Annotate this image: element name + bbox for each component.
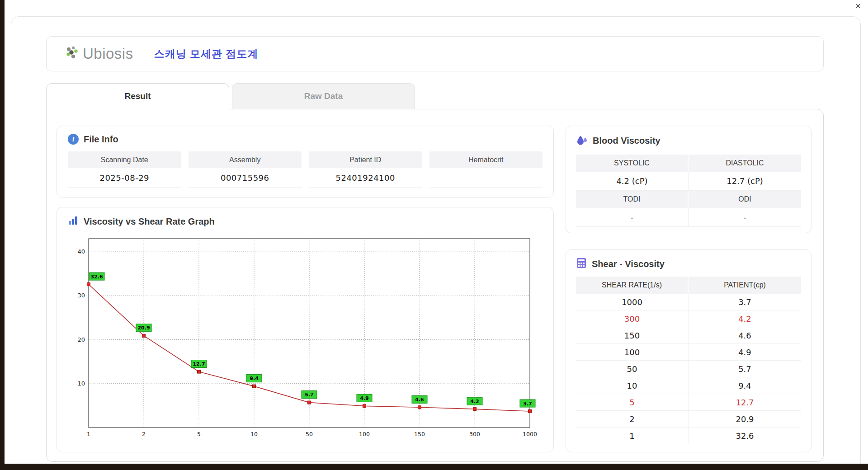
svg-text:4.2: 4.2 <box>470 399 479 404</box>
svg-text:1000: 1000 <box>523 431 537 437</box>
logo-dots-icon <box>65 46 81 62</box>
bv-header-cell: TODI <box>576 191 689 208</box>
patient-cell: 4.6 <box>689 327 801 344</box>
shear-table-header: SHEAR RATE(1/s) PATIENT(cp) <box>576 277 801 294</box>
shear-table-body: 10003.73004.21504.61004.9505.7109.4512.7… <box>576 294 801 444</box>
blood-viscosity-title-row: Blood Viscosity <box>576 134 801 148</box>
svg-text:2: 2 <box>142 431 146 437</box>
shear-rate-cell: 300 <box>576 310 689 327</box>
field-value: 2025-08-29 <box>68 168 181 188</box>
file-info-field: Hematocrit <box>429 151 543 188</box>
svg-text:5.7: 5.7 <box>305 392 314 398</box>
svg-text:10: 10 <box>250 431 258 437</box>
droplet-icon <box>576 134 588 148</box>
shear-rate-cell: 1 <box>576 428 689 444</box>
shear-rate-cell: 2 <box>576 411 689 428</box>
svg-text:10: 10 <box>77 380 85 387</box>
svg-text:4.6: 4.6 <box>415 397 424 403</box>
patient-cell: 3.7 <box>689 294 801 310</box>
shear-rate-cell: 50 <box>576 361 689 377</box>
blood-viscosity-title: Blood Viscosity <box>593 136 660 146</box>
bv-header-row: TODIODI <box>576 191 801 208</box>
brand-name: Ubiosis <box>83 45 133 62</box>
field-label: Scanning Date <box>68 151 181 168</box>
svg-text:5: 5 <box>197 431 201 437</box>
patient-cell: 20.9 <box>689 411 801 428</box>
app-window: × Ubiosis 스캐닝 모세관 점도계 <box>5 0 868 464</box>
file-info-fields: Scanning Date2025-08-29Assembly000715596… <box>68 151 542 188</box>
svg-text:50: 50 <box>306 431 313 437</box>
header-card: Ubiosis 스캐닝 모세관 점도계 <box>46 36 824 71</box>
graph-title: Viscosity vs Shear Rate Graph <box>84 216 215 227</box>
bv-value-cell: - <box>576 208 689 227</box>
svg-text:20.9: 20.9 <box>137 325 150 331</box>
file-info-field: Scanning Date2025-08-29 <box>68 151 181 188</box>
left-column: i File Info Scanning Date2025-08-29Assem… <box>57 126 554 452</box>
blood-viscosity-card: Blood Viscosity SYSTOLICDIASTOLIC4.2 (cP… <box>566 126 811 233</box>
shear-table-row: 1504.6 <box>576 327 801 344</box>
calculator-icon <box>576 258 587 271</box>
field-value: 000715596 <box>189 168 302 188</box>
shear-table-row: 1004.9 <box>576 344 801 361</box>
tab-result[interactable]: Result <box>46 83 229 109</box>
svg-text:9.4: 9.4 <box>250 376 259 381</box>
bv-value-row: 4.2 (cP)12.7 (cP) <box>576 172 801 191</box>
bv-header-cell: SYSTOLIC <box>576 155 689 172</box>
file-info-field: Patient ID52401924100 <box>309 151 422 188</box>
logo: Ubiosis <box>65 45 133 62</box>
bv-value-row: -- <box>576 208 801 227</box>
field-label: Patient ID <box>309 151 422 168</box>
svg-text:20: 20 <box>77 336 85 343</box>
graph-card: Viscosity vs Shear Rate Graph 1020304012… <box>57 207 554 452</box>
field-value <box>429 168 543 188</box>
shear-table-row: 3004.2 <box>576 310 801 327</box>
file-info-title-row: i File Info <box>68 134 542 145</box>
bv-value-cell: 12.7 (cP) <box>689 172 801 191</box>
shear-rate-cell: 10 <box>576 377 689 394</box>
tab-bar: Result Raw Data <box>46 83 824 109</box>
shear-table: SHEAR RATE(1/s) PATIENT(cp) 10003.73004.… <box>576 277 801 444</box>
shear-rate-cell: 150 <box>576 327 689 344</box>
shear-table-row: 109.4 <box>576 377 801 394</box>
shear-rate-cell: 1000 <box>576 294 689 310</box>
right-column: Blood Viscosity SYSTOLICDIASTOLIC4.2 (cP… <box>566 126 811 452</box>
bv-value-cell: - <box>689 208 801 227</box>
main-panel: i File Info Scanning Date2025-08-29Assem… <box>46 109 824 462</box>
shear-table-row: 512.7 <box>576 394 801 411</box>
shear-table-row: 132.6 <box>576 428 801 444</box>
shear-table-row: 10003.7 <box>576 294 801 310</box>
svg-text:300: 300 <box>469 431 480 437</box>
shear-rate-cell: 100 <box>576 344 689 361</box>
patient-cell: 4.2 <box>689 310 801 327</box>
tab-raw-data[interactable]: Raw Data <box>232 83 415 109</box>
field-value: 52401924100 <box>309 168 422 188</box>
blood-viscosity-grid: SYSTOLICDIASTOLIC4.2 (cP)12.7 (cP)TODIOD… <box>576 155 801 227</box>
svg-text:30: 30 <box>77 292 85 299</box>
patient-cell: 5.7 <box>689 361 801 377</box>
file-info-title: File Info <box>84 134 118 145</box>
patient-cell: 32.6 <box>689 428 801 444</box>
shear-rate-column-header: SHEAR RATE(1/s) <box>576 277 689 294</box>
file-info-card: i File Info Scanning Date2025-08-29Assem… <box>57 126 554 197</box>
svg-text:150: 150 <box>414 431 425 437</box>
shear-table-row: 505.7 <box>576 361 801 377</box>
svg-text:32.6: 32.6 <box>90 274 103 280</box>
patient-cell: 9.4 <box>689 377 801 394</box>
info-icon: i <box>68 134 79 145</box>
shear-viscosity-title: Shear - Viscosity <box>592 259 665 269</box>
shear-table-row: 220.9 <box>576 411 801 428</box>
bv-header-cell: DIASTOLIC <box>689 155 801 172</box>
bv-value-cell: 4.2 (cP) <box>576 172 689 191</box>
bv-header-row: SYSTOLICDIASTOLIC <box>576 155 801 172</box>
patient-cell: 12.7 <box>689 394 801 411</box>
svg-text:100: 100 <box>359 431 370 437</box>
svg-text:1: 1 <box>87 431 90 437</box>
close-icon[interactable]: × <box>855 1 861 10</box>
shear-rate-cell: 5 <box>576 394 689 411</box>
field-label: Assembly <box>189 151 302 168</box>
svg-text:3.7: 3.7 <box>523 401 532 407</box>
chart-wrap: 102030401251050100150300100032.620.912.7… <box>68 232 542 443</box>
graph-title-row: Viscosity vs Shear Rate Graph <box>68 216 542 228</box>
bv-header-cell: ODI <box>689 191 801 208</box>
patient-column-header: PATIENT(cp) <box>689 277 801 294</box>
